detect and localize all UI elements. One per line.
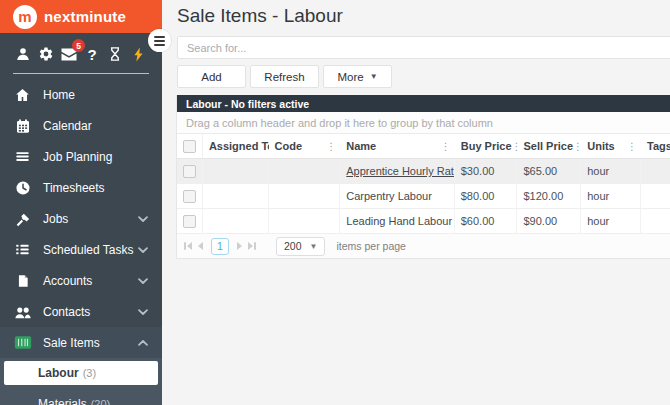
sidebar-toggle-hamburger-icon[interactable] (148, 29, 171, 52)
dropdown-caret-icon: ▼ (310, 242, 318, 251)
sale-items-section: Sale Items Labour (3) Materials (20) (0, 327, 162, 405)
column-header-tags[interactable]: Tags⋮ (641, 134, 670, 158)
current-page-button[interactable]: 1 (211, 238, 229, 255)
page-title: Sale Items - Labour (177, 5, 343, 27)
column-menu-icon[interactable]: ⋮ (326, 141, 336, 152)
sidebar-item-scheduled-tasks[interactable]: Scheduled Tasks (0, 234, 162, 265)
settings-gear-icon[interactable] (36, 45, 56, 63)
table-row[interactable]: Apprentice Hourly Rate$30.00$65.00hour (177, 159, 670, 184)
help-icon[interactable]: ? (82, 45, 102, 63)
data-grid: Labour - No filters active Drag a column… (176, 95, 670, 259)
sidebar-item-calendar[interactable]: Calendar (0, 110, 162, 141)
chevron-down-icon (137, 214, 149, 224)
sidebar: m nextminute 5 ? (0, 0, 162, 405)
list-lines-icon (13, 149, 32, 164)
first-page-icon[interactable] (184, 242, 192, 250)
sidebar-item-timesheets[interactable]: Timesheets (0, 172, 162, 203)
main-content: Sale Items - Labour Add Refresh More ▼ L… (162, 0, 670, 405)
hammer-icon (13, 211, 32, 227)
nextminute-logo-icon: m (13, 5, 37, 29)
grid-header-row: Assigned To⋮Code⋮Name⋮Buy Price⋮Sell Pri… (177, 134, 670, 159)
chevron-down-icon (137, 245, 149, 255)
quick-icon-bar: 5 ? (0, 33, 162, 73)
pagination-bar: 1 200 ▼ items per page (177, 234, 670, 258)
column-header-buy-price[interactable]: Buy Price⋮ (455, 134, 518, 158)
chevron-up-icon (137, 338, 149, 348)
logo-bar: m nextminute (0, 0, 162, 33)
item-name-link[interactable]: Apprentice Hourly Rate (346, 165, 454, 177)
previous-page-icon[interactable] (198, 242, 203, 250)
labour-count: (3) (83, 367, 96, 379)
document-icon (13, 273, 32, 289)
items-per-page-label: items per page (336, 240, 405, 252)
sale-items-barcode-icon (13, 334, 32, 351)
column-header-units[interactable]: Units⋮ (581, 134, 641, 158)
sidebar-nav: Home Calendar Job Planning Timesheets (0, 74, 162, 405)
table-row[interactable]: Carpentry Labour$80.00$120.00hour (177, 184, 670, 209)
add-button[interactable]: Add (177, 65, 246, 88)
calendar-icon (13, 118, 32, 134)
toolbar: Add Refresh More ▼ (177, 65, 392, 88)
home-icon (13, 87, 32, 103)
column-menu-icon[interactable]: ⋮ (441, 141, 451, 152)
materials-count: (20) (91, 398, 111, 405)
column-header-assigned-to[interactable]: Assigned To⋮ (203, 134, 269, 158)
lightning-bolt-icon[interactable] (128, 45, 148, 63)
select-all-checkbox[interactable] (183, 140, 196, 153)
app-window: m nextminute 5 ? (0, 0, 670, 405)
brand-name: nextminute (44, 8, 126, 25)
column-header-code[interactable]: Code⋮ (269, 134, 341, 158)
chevron-down-icon (137, 276, 149, 286)
hourglass-icon[interactable] (105, 45, 125, 63)
column-menu-icon[interactable]: ⋮ (627, 141, 637, 152)
row-checkbox[interactable] (183, 190, 196, 203)
task-list-icon (13, 242, 32, 257)
refresh-button[interactable]: Refresh (250, 65, 319, 88)
sidebar-subitem-materials[interactable]: Materials (20) (0, 389, 162, 405)
group-by-drop-zone[interactable]: Drag a column header and drop it here to… (177, 112, 670, 134)
sidebar-item-jobs[interactable]: Jobs (0, 203, 162, 234)
column-header-sell-price[interactable]: Sell Price⋮ (518, 134, 582, 158)
sidebar-item-job-planning[interactable]: Job Planning (0, 141, 162, 172)
item-name-link[interactable]: Carpentry Labour (346, 190, 432, 202)
page-size-select[interactable]: 200 ▼ (276, 237, 325, 256)
table-row[interactable]: Leading Hand Labour Rate$60.00$90.00hour (177, 209, 670, 234)
sidebar-item-home[interactable]: Home (0, 79, 162, 110)
next-page-icon[interactable] (237, 242, 242, 250)
dropdown-caret-icon: ▼ (370, 72, 378, 81)
profile-icon[interactable] (13, 45, 33, 63)
sidebar-item-contacts[interactable]: Contacts (0, 296, 162, 327)
grid-body: Apprentice Hourly Rate$30.00$65.00hourCa… (177, 159, 670, 234)
sidebar-subitem-labour[interactable]: Labour (3) (4, 361, 158, 385)
sidebar-item-sale-items[interactable]: Sale Items (0, 327, 162, 358)
people-icon (13, 305, 32, 319)
row-checkbox[interactable] (183, 215, 196, 228)
mail-icon[interactable]: 5 (59, 45, 79, 63)
column-menu-icon[interactable]: ⋮ (573, 141, 581, 152)
chevron-down-icon (137, 307, 149, 317)
last-page-icon[interactable] (248, 242, 256, 250)
search-input[interactable] (177, 36, 670, 59)
row-checkbox[interactable] (183, 165, 196, 178)
column-header-name[interactable]: Name⋮ (340, 134, 454, 158)
item-name-link[interactable]: Leading Hand Labour Rate (346, 215, 454, 227)
more-button[interactable]: More ▼ (323, 65, 392, 88)
grid-title-bar: Labour - No filters active (177, 95, 670, 112)
clock-icon (13, 180, 32, 196)
sidebar-item-accounts[interactable]: Accounts (0, 265, 162, 296)
